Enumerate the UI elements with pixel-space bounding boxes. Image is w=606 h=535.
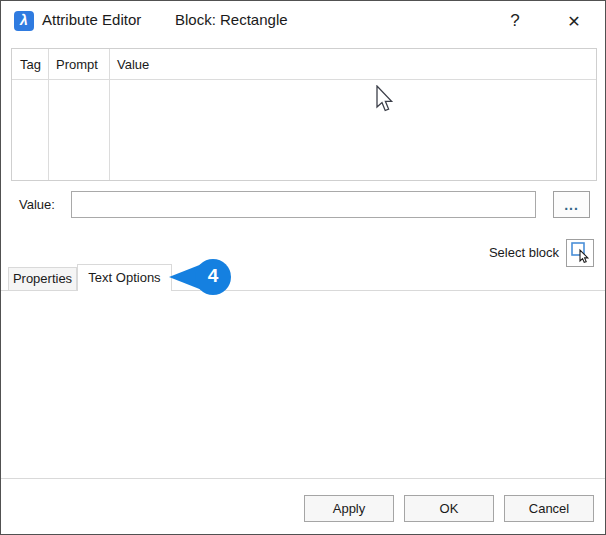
mouse-cursor-icon [375,85,395,115]
pick-block-icon [568,240,592,264]
browse-button[interactable]: ... [553,191,590,218]
column-divider [48,49,49,180]
attribute-editor-dialog: λ Attribute Editor Block: Rectangle ? ✕ … [0,0,606,535]
text-options-panel [1,290,605,479]
app-icon: λ [14,11,34,31]
tab-text-options[interactable]: Text Options [77,264,172,291]
cancel-button[interactable]: Cancel [504,495,594,522]
help-button[interactable]: ? [499,7,531,35]
column-header-prompt: Prompt [56,57,98,72]
callout-number: 4 [201,265,225,287]
tab-properties[interactable]: Properties [8,267,77,290]
value-label: Value: [19,197,55,212]
select-block-button[interactable] [566,239,594,267]
column-header-value: Value [117,57,149,72]
column-header-tag: Tag [20,57,41,72]
attribute-table[interactable]: Tag Prompt Value [11,48,597,181]
value-input[interactable] [71,191,536,218]
header-divider [12,79,596,80]
close-button[interactable]: ✕ [557,7,591,35]
select-block-label: Select block [441,245,559,260]
column-divider [109,49,110,180]
apply-button[interactable]: Apply [304,495,394,522]
window-title: Attribute Editor [42,11,141,28]
step-callout: 4 [169,258,233,296]
titlebar: λ Attribute Editor Block: Rectangle ? ✕ [1,1,605,41]
ok-button[interactable]: OK [404,495,494,522]
window-subtitle: Block: Rectangle [175,11,288,28]
